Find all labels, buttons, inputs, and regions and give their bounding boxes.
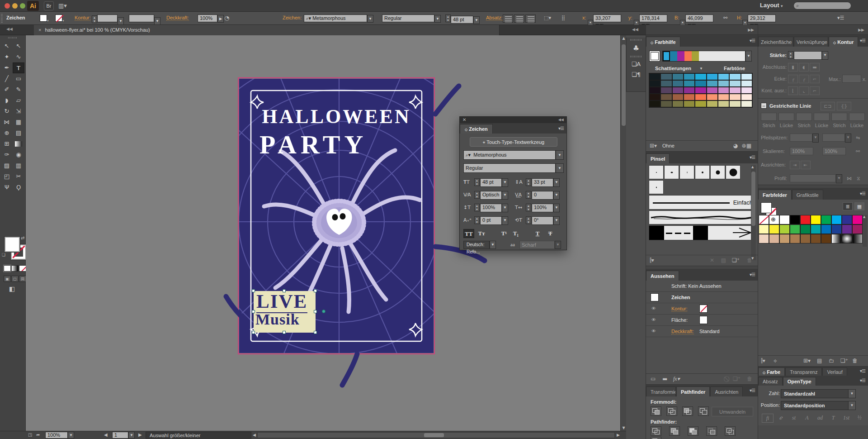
- base-color-swatch[interactable]: [650, 51, 660, 61]
- shade-swatch[interactable]: [684, 94, 695, 100]
- perspective-grid-tool[interactable]: ▤: [13, 128, 24, 138]
- shade-swatch[interactable]: [660, 73, 672, 80]
- brush-swatch[interactable]: [679, 165, 694, 179]
- chevron-down-icon[interactable]: ▼: [118, 17, 124, 25]
- selection-handle[interactable]: [314, 310, 317, 313]
- draw-behind-button[interactable]: ▢: [11, 276, 19, 282]
- shade-swatch[interactable]: [660, 80, 672, 87]
- slice-tool[interactable]: ✂: [13, 171, 24, 182]
- swatch-options-icon[interactable]: ▤: [817, 358, 822, 364]
- panel-menu-icon[interactable]: ▾☰: [750, 272, 755, 277]
- control-panel-menu-icon[interactable]: ▾☰: [837, 15, 844, 21]
- shade-swatch[interactable]: [718, 94, 729, 100]
- brushes-scrollbar[interactable]: ▲▼: [751, 165, 756, 260]
- visibility-eye-icon[interactable]: 👁: [651, 306, 656, 311]
- search-input[interactable]: ⌕: [793, 2, 851, 10]
- appearance-row-fill[interactable]: 👁 Fläche:: [646, 315, 758, 326]
- swatch[interactable]: [811, 234, 821, 243]
- divide-button[interactable]: [651, 426, 661, 436]
- unite-button[interactable]: [651, 406, 661, 416]
- appearance-row-type[interactable]: Schrift: Kein Aussehen: [646, 281, 758, 292]
- selection-handle[interactable]: [314, 289, 317, 292]
- panel-title-bar[interactable]: ✕ ◀◀: [460, 117, 566, 123]
- chevron-down-icon[interactable]: ▼: [553, 191, 560, 200]
- weight-stepper[interactable]: ▲▼: [788, 51, 793, 59]
- line-tool[interactable]: ╱: [1, 73, 13, 84]
- tab-zeichenflaeche[interactable]: Zeichenfläche: [758, 37, 793, 47]
- workspace-switcher[interactable]: Layout ▾: [760, 2, 783, 9]
- swatch[interactable]: [800, 224, 811, 234]
- tab-farbfelder[interactable]: Farbfelder: [758, 190, 792, 200]
- shade-swatch[interactable]: [649, 100, 660, 107]
- x-field[interactable]: 33,207 mm: [593, 14, 621, 22]
- tab-farbe[interactable]: ◇Farbe: [758, 367, 785, 376]
- blend-tool[interactable]: ◉: [13, 149, 24, 160]
- tab-verknuepfungen[interactable]: Verknüpfunge: [794, 37, 828, 47]
- chevron-down-icon[interactable]: ▼: [553, 216, 560, 225]
- none-button[interactable]: [19, 265, 26, 272]
- expand-panels-icon[interactable]: ◀◀: [632, 27, 638, 32]
- shade-swatch[interactable]: [672, 80, 684, 87]
- chevron-down-icon[interactable]: ▼: [553, 204, 560, 212]
- trim-button[interactable]: [669, 426, 680, 436]
- font-size-field[interactable]: 48 pt: [451, 16, 473, 24]
- selected-text-block[interactable]: LIVE Musik: [254, 291, 316, 333]
- shade-swatch[interactable]: [695, 73, 706, 80]
- limit-colors-icon[interactable]: ⊞▾: [650, 143, 657, 149]
- brush-swatch[interactable]: [649, 165, 664, 179]
- stroke-link[interactable]: Kontur:: [671, 306, 687, 312]
- collapse-panels-icon[interactable]: ▶▶: [748, 28, 754, 32]
- chevron-down-icon[interactable]: ▼: [502, 204, 508, 212]
- shade-swatch[interactable]: [718, 100, 729, 107]
- shade-swatch[interactable]: [741, 100, 752, 107]
- chevron-down-icon[interactable]: ▼: [556, 150, 564, 160]
- swatch[interactable]: [842, 215, 852, 224]
- panel-menu-icon[interactable]: ▾☰: [750, 155, 755, 160]
- artboard-dropdown-icon[interactable]: ▼: [128, 432, 135, 439]
- align-right-button[interactable]: [525, 14, 536, 23]
- artboard-flyer[interactable]: HALLOWEEN PARTY LIVE Musik: [239, 79, 434, 353]
- panel-menu-icon[interactable]: ▾☰: [750, 388, 755, 393]
- new-color-group-icon[interactable]: 🗀: [829, 358, 834, 364]
- swatch[interactable]: [759, 234, 769, 243]
- small-caps-button[interactable]: Tᴛ: [476, 229, 487, 238]
- horizontal-scroll-thumb[interactable]: [424, 433, 444, 437]
- color-button[interactable]: [4, 265, 11, 272]
- eyedropper-tool[interactable]: ✑: [1, 149, 13, 160]
- vertical-scroll-thumb[interactable]: [622, 44, 626, 126]
- swatch[interactable]: [821, 224, 831, 234]
- superscript-button[interactable]: T¹: [499, 229, 509, 238]
- shade-swatch[interactable]: [672, 94, 684, 100]
- brush-swatch[interactable]: [710, 165, 725, 179]
- screen-mode-icon[interactable]: ◧: [9, 285, 15, 292]
- column-graph-tool[interactable]: ▥: [13, 160, 24, 171]
- brush-swatch[interactable]: [726, 165, 741, 179]
- scroll-right-icon[interactable]: ▶: [617, 433, 620, 437]
- swatch[interactable]: [842, 224, 852, 234]
- swatch[interactable]: [769, 224, 779, 234]
- brush-swatch[interactable]: [649, 180, 664, 194]
- collapse-panels-icon[interactable]: ▶▶: [858, 28, 864, 32]
- close-icon[interactable]: ✕: [462, 117, 466, 122]
- font-size-stepper[interactable]: ▲▼: [445, 14, 451, 22]
- arrange-icon[interactable]: ➦: [36, 432, 40, 437]
- reference-point-icon[interactable]: ⣿: [561, 15, 564, 21]
- harmony-color[interactable]: [684, 51, 692, 61]
- shade-swatch[interactable]: [672, 87, 684, 94]
- selection-handle[interactable]: [283, 331, 286, 334]
- rectangle-tool[interactable]: ▭: [13, 73, 24, 84]
- swatch[interactable]: [790, 224, 800, 234]
- shade-swatch[interactable]: [684, 100, 695, 107]
- zoom-dropdown-icon[interactable]: ▼: [68, 432, 74, 439]
- shade-swatch[interactable]: [649, 80, 660, 87]
- width-tool[interactable]: ⋈: [1, 117, 13, 128]
- chevron-down-icon[interactable]: ▼: [553, 178, 560, 187]
- swatch-scrollbar[interactable]: ▲: [863, 215, 867, 247]
- tab-opentype[interactable]: OpenType: [783, 377, 816, 386]
- artboard-nav-icon[interactable]: ◳: [28, 432, 32, 437]
- next-artboard-icon[interactable]: ▶: [138, 432, 142, 437]
- harmony-color[interactable]: [692, 51, 699, 61]
- scroll-left-icon[interactable]: ◀: [253, 433, 256, 437]
- position-dropdown[interactable]: Standardposition▼: [781, 401, 856, 410]
- shade-swatch[interactable]: [649, 87, 660, 94]
